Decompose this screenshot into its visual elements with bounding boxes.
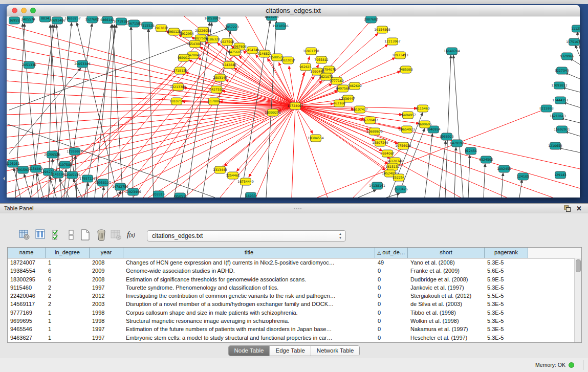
table-cell[interactable]: 0	[375, 325, 408, 333]
select-all-check-icon[interactable]	[51, 229, 63, 241]
table-cell[interactable]: Nakamura et al. (1997)	[408, 325, 485, 333]
column-header-out_de[interactable]: △out_de…	[375, 248, 408, 258]
table-cell[interactable]: Investigating the contribution of common…	[123, 292, 375, 300]
table-cell[interactable]: Jankovic et al. (1997)	[408, 283, 485, 292]
table-cell[interactable]: 5.3E-5	[485, 258, 528, 267]
table-cell[interactable]: Structural magnetic resonance image aver…	[123, 317, 375, 325]
table-cell[interactable]: 1	[46, 309, 90, 317]
column-header-pagerank[interactable]: pagerank	[485, 248, 528, 258]
table-cell[interactable]: 49	[375, 258, 408, 267]
table-cell[interactable]: 2003	[90, 300, 123, 308]
table-cell[interactable]: Genome-wide association studies in ADHD.	[123, 267, 375, 275]
table-row[interactable]: 911546021997Tourette syndrome. Phenomeno…	[8, 283, 581, 292]
table-cell[interactable]: Dudbridge et al. (2008)	[408, 275, 485, 283]
table-cell[interactable]: 5.3E-5	[485, 309, 528, 317]
table-cell[interactable]: 2012	[90, 292, 123, 300]
table-cell[interactable]: 5.6E-5	[485, 267, 528, 275]
table-cell[interactable]: Stergiakouli et al. (2012)	[408, 292, 485, 300]
table-cell[interactable]: 0	[375, 300, 408, 308]
table-cell[interactable]: 0	[375, 334, 408, 342]
table-cell[interactable]: Embryonic stem cells: a model to study s…	[123, 334, 375, 342]
table-cell[interactable]: Disruption of a novel member of a sodium…	[123, 300, 375, 308]
delete-trash-icon[interactable]	[95, 229, 107, 241]
table-cell[interactable]: 2008	[90, 275, 123, 283]
close-button[interactable]	[12, 8, 17, 13]
table-settings-icon[interactable]	[18, 229, 31, 241]
table-cell[interactable]: Wolkin et al. (1998)	[408, 317, 485, 325]
table-cell[interactable]: 0	[375, 275, 408, 283]
table-cell[interactable]: 5.3E-5	[485, 300, 528, 308]
splitter-grip[interactable]	[294, 208, 301, 209]
table-cell[interactable]: 9115460	[8, 283, 46, 292]
table-cell[interactable]: Estimation of significance thresholds fo…	[123, 275, 375, 283]
table-cell[interactable]: Changes of HCN gene expression and I(f) …	[123, 258, 375, 267]
table-cell[interactable]: 18300295	[8, 275, 46, 283]
table-type-tabs[interactable]: Node TableEdge TableNetwork Table	[228, 345, 360, 356]
table-cell[interactable]: 1	[46, 325, 90, 333]
table-row[interactable]: 1456911722003Disruption of a novel membe…	[8, 300, 581, 308]
table-scrollbar[interactable]	[574, 258, 581, 342]
table-scrollbar-thumb[interactable]	[576, 259, 581, 272]
table-cell[interactable]: 9699695	[8, 317, 46, 325]
network-canvas[interactable]: 1695524055748834206914061065325715276026…	[7, 16, 580, 198]
table-cell[interactable]: 2009	[90, 267, 123, 275]
panel-collapse-arrow-icon[interactable]	[1, 177, 5, 181]
table-cell[interactable]: 6	[46, 275, 90, 283]
table-cell[interactable]: Corpus callosum shape and size in male p…	[123, 309, 375, 317]
column-header-in_degree[interactable]: in_degree	[46, 248, 90, 258]
network-view-window[interactable]: citations_edges.txt 16955240557488342069…	[7, 5, 580, 198]
memory-status-indicator[interactable]	[569, 362, 574, 368]
table-row[interactable]: 969969511998Structural magnetic resonanc…	[8, 317, 581, 325]
table-cell[interactable]: 5.9E-5	[485, 275, 528, 283]
float-panel-icon[interactable]	[564, 205, 571, 212]
table-cell[interactable]: Tibbo et al. (1998)	[408, 309, 485, 317]
table-cell[interactable]: 9465546	[8, 325, 46, 333]
table-cell[interactable]: 1	[46, 258, 90, 267]
table-row[interactable]: 977716911998Corpus callosum shape and si…	[8, 309, 581, 317]
table-cell[interactable]: 2	[46, 292, 90, 300]
table-cell[interactable]: Tourette syndrome. Phenomenology and cla…	[123, 283, 375, 292]
table-cell[interactable]: 2	[46, 283, 90, 292]
table-cell[interactable]: 6	[46, 267, 90, 275]
table-cell[interactable]: 9463627	[8, 334, 46, 342]
tab-node-table[interactable]: Node Table	[229, 346, 270, 356]
table-cell[interactable]: 1	[46, 317, 90, 325]
table-cell[interactable]: 1997	[90, 334, 123, 342]
new-document-icon[interactable]	[79, 229, 92, 241]
table-cell[interactable]: 0	[375, 292, 408, 300]
table-cell[interactable]: 1997	[90, 325, 123, 333]
minimize-button[interactable]	[21, 8, 27, 13]
table-cell[interactable]: Estimation of the future numbers of pati…	[123, 325, 375, 333]
table-cell[interactable]: 14569117	[8, 300, 46, 308]
table-cell[interactable]: 1	[46, 334, 90, 342]
table-cell[interactable]: 1998	[90, 309, 123, 317]
table-cell[interactable]: 22420046	[8, 292, 46, 300]
table-cell[interactable]: 0	[375, 283, 408, 292]
node-attribute-table[interactable]: namein_degreeyeartitle△out_de…shortpager…	[7, 247, 582, 343]
show-columns-icon[interactable]	[35, 229, 47, 241]
table-cell[interactable]: 0	[375, 317, 408, 325]
table-cell[interactable]: de Silva et al. (2003)	[408, 300, 485, 308]
table-selector-dropdown[interactable]: citations_edges.txt ▲▼	[147, 230, 346, 242]
tab-edge-table[interactable]: Edge Table	[270, 346, 311, 356]
tab-network-table[interactable]: Network Table	[311, 346, 360, 356]
table-cell[interactable]: 1997	[90, 283, 123, 292]
zoom-button[interactable]	[30, 8, 36, 13]
table-cell[interactable]: 5.3E-5	[485, 283, 528, 292]
column-header-name[interactable]: name	[8, 248, 46, 258]
table-row[interactable]: 1872400712008Changes of HCN gene express…	[8, 258, 581, 267]
table-cell[interactable]: 9777169	[8, 309, 46, 317]
table-row[interactable]: 2242004622012Investigating the contribut…	[8, 292, 581, 300]
table-row[interactable]: 1830029562008Estimation of significance …	[8, 275, 581, 283]
function-builder-icon[interactable]: f(x)	[127, 230, 139, 242]
table-body[interactable]: 1872400712008Changes of HCN gene express…	[8, 258, 581, 342]
select-rows-icon[interactable]	[66, 229, 78, 241]
table-cell[interactable]: 19384554	[8, 267, 46, 275]
close-panel-icon[interactable]: ✕	[576, 204, 582, 213]
table-cell[interactable]: 0	[375, 267, 408, 275]
table-cell[interactable]: 5.3E-5	[485, 325, 528, 333]
table-cell[interactable]: 5.3E-5	[485, 334, 528, 342]
table-cell[interactable]: 2008	[90, 258, 123, 267]
table-cell[interactable]: 5.3E-5	[485, 317, 528, 325]
table-cell[interactable]: 18724007	[8, 258, 46, 267]
